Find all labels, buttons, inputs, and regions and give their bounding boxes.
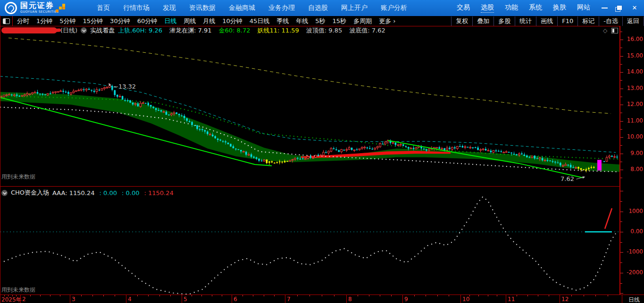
price-axis-label: 14.00 — [623, 68, 643, 75]
period-button[interactable]: 更多 › — [379, 17, 395, 25]
period-button[interactable]: 5分钟 — [59, 17, 75, 25]
price-axis: 16.0015.0014.0013.0012.0011.0010.009.008… — [619, 26, 644, 303]
minimize-button[interactable] — [597, 0, 612, 16]
period-button[interactable]: 30分钟 — [110, 17, 130, 25]
indicator-chart-plot[interactable] — [0, 187, 619, 295]
price-axis-label: 11.00 — [623, 117, 643, 124]
indicator-value: : 0.00 — [122, 189, 139, 197]
period-button[interactable]: 月线 — [203, 17, 215, 25]
chart-annotation: 7.62 — [560, 175, 574, 182]
tool-button[interactable]: 多股 — [493, 16, 515, 26]
week-tick — [60, 295, 60, 296]
stock-name-redaction — [1, 27, 57, 33]
month-label: 4 — [128, 296, 132, 303]
week-tick — [478, 295, 479, 296]
main-chart-panel: ~13.327.62 (日线) 实战看盘 上轨.60H: 9.26潜龙在渊: 7… — [0, 26, 619, 186]
tool-button[interactable]: 统计 — [515, 16, 536, 26]
week-tick — [488, 295, 488, 296]
series-rising-red — [605, 208, 612, 229]
brand-logo: 国元证券 GUOYUAN SECURITIES — [0, 2, 83, 14]
period-button[interactable]: 60分钟 — [137, 17, 158, 25]
week-tick — [595, 295, 596, 296]
menu-item[interactable]: 自选股 — [308, 4, 328, 12]
period-button[interactable]: 5秒 — [315, 17, 325, 25]
indicator-values: 上轨.60H: 9.26潜龙在渊: 7.91金60: 8.72妖线11: 11.… — [118, 26, 393, 35]
value-tick — [620, 283, 622, 284]
diamond-icon[interactable]: ◇ — [603, 28, 607, 33]
tool-button[interactable]: -自选 — [599, 16, 622, 26]
period-button[interactable]: 日线 — [164, 17, 176, 25]
value-tick — [620, 221, 622, 222]
menu-item[interactable]: 资讯数据 — [189, 4, 216, 12]
period-button[interactable]: 10分钟 — [222, 17, 243, 25]
week-tick — [212, 295, 212, 296]
menu-item[interactable]: 业务办理 — [268, 4, 295, 12]
week-tick — [571, 295, 572, 296]
week-tick — [137, 295, 138, 296]
menu-item[interactable]: 首页 — [97, 4, 110, 12]
period-button[interactable]: 周线 — [184, 17, 196, 25]
week-tick — [369, 295, 369, 296]
indicator-value: : 0.00 — [100, 189, 117, 197]
month-gridline — [20, 295, 21, 303]
menu-item[interactable]: 金融商城 — [229, 4, 255, 12]
month-label: 8 — [348, 296, 352, 303]
period-button[interactable]: 45日线 — [250, 17, 270, 25]
period-button[interactable]: 季线 — [276, 17, 289, 25]
close-button[interactable]: ✕ — [627, 0, 642, 16]
menu-item[interactable]: 账户分析 — [381, 4, 407, 12]
month-label: 3 — [72, 296, 75, 303]
brand-logo-icon — [5, 2, 17, 14]
tool-button[interactable]: 标记 — [577, 16, 599, 26]
period-button[interactable]: 15秒 — [333, 17, 347, 25]
menu-item[interactable]: 换肤 — [553, 3, 566, 13]
tool-button[interactable]: 叠加 — [472, 16, 493, 26]
tool-button[interactable]: 复权 — [451, 16, 472, 26]
menu-item[interactable]: 系统 — [529, 3, 542, 13]
week-tick — [391, 295, 392, 296]
period-button[interactable]: 多周期 — [353, 17, 372, 25]
period-button[interactable]: 分时 — [17, 17, 29, 25]
menu-item[interactable]: 发现 — [163, 4, 176, 12]
week-tick — [414, 295, 415, 296]
menu-item[interactable]: 行情市场 — [123, 4, 150, 12]
current-period-label: 日线 — [628, 296, 640, 303]
time-axis: 2025年23456789101112日线 — [0, 295, 644, 303]
layout-split-icon[interactable] — [3, 18, 10, 24]
price-axis-label: 10.00 — [623, 133, 643, 140]
chart-tool-buttons: 复权叠加多股统计画线F10标记-自选返回 — [451, 16, 644, 26]
week-tick — [170, 295, 171, 296]
week-tick — [334, 295, 335, 296]
price-axis-label: 16.00 — [623, 36, 643, 42]
menu-item[interactable]: 功能 — [505, 3, 518, 13]
split-window-icon[interactable] — [611, 28, 618, 33]
period-button[interactable]: 年线 — [296, 17, 308, 25]
period-button[interactable]: 1分钟 — [36, 17, 52, 25]
indicator-value: 波顶值: 9.85 — [306, 27, 342, 34]
menu-item[interactable]: 选股 — [481, 3, 494, 13]
month-label: 5 — [184, 296, 187, 303]
brand-blocks-icon — [62, 4, 65, 7]
collapse-chevron-icon[interactable] — [81, 27, 87, 33]
tool-button[interactable]: 画线 — [536, 16, 557, 26]
collapse-chevron-icon[interactable] — [1, 190, 8, 196]
menu-item[interactable]: 网上开户 — [341, 4, 368, 12]
week-tick — [449, 295, 449, 296]
week-tick — [608, 295, 608, 296]
period-button[interactable]: 15分钟 — [83, 17, 103, 25]
future-data-watermark-lower: 用到未来数据 — [1, 286, 35, 294]
week-tick — [4, 295, 5, 296]
value-tick — [620, 191, 623, 191]
tool-button[interactable]: 返回 — [622, 16, 644, 26]
menu-item[interactable]: 网站 — [577, 3, 590, 13]
value-axis-label: -1000 — [623, 248, 643, 255]
restore-button[interactable] — [612, 0, 627, 16]
tool-button[interactable]: F10 — [557, 16, 577, 26]
month-gridline — [460, 295, 461, 303]
price-axis-label: 13.00 — [623, 85, 643, 91]
week-tick — [81, 295, 82, 296]
indicator-value: 金60: 8.72 — [219, 27, 251, 34]
main-chart-plot[interactable]: ~13.327.62 — [0, 35, 619, 186]
menu-item[interactable]: 交易 — [457, 3, 470, 13]
chart-header-icons: ◇ — [603, 28, 618, 33]
